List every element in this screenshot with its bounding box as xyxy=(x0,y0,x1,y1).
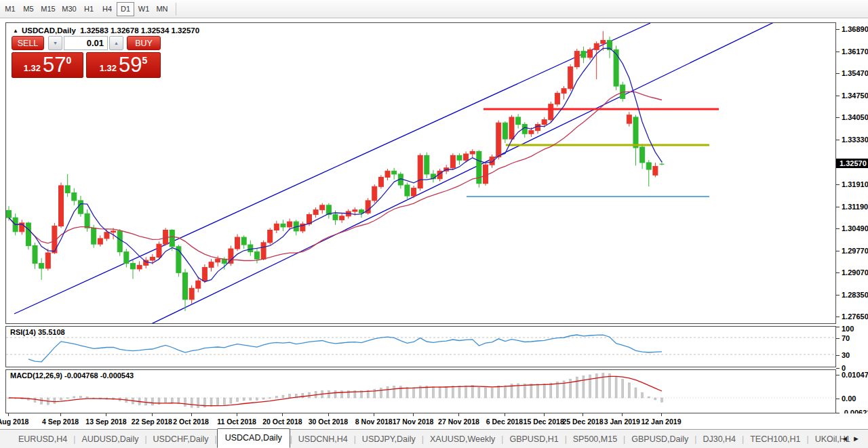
rsi-chart[interactable] xyxy=(6,327,835,367)
tab-dj30-h4[interactable]: DJ30,H4 xyxy=(696,431,742,447)
macd-axis-tick xyxy=(836,375,840,375)
tab-eurusd-h4[interactable]: EURUSD,H4 xyxy=(12,431,73,447)
tab-scroll-right-icon[interactable]: ► xyxy=(852,434,864,443)
price-chart-panel[interactable]: ▲USDCAD,Daily 1.32583 1.32678 1.32534 1.… xyxy=(5,22,836,324)
tab-xauusd-weekly[interactable]: XAUUSD,Weekly xyxy=(424,431,501,447)
price-axis-tick xyxy=(836,228,840,229)
date-axis-tick xyxy=(328,413,329,416)
timeframe-button-h1[interactable]: H1 xyxy=(80,2,98,16)
timeframe-button-mn[interactable]: MN xyxy=(153,2,171,16)
date-axis-tick xyxy=(413,413,414,416)
sell-button[interactable]: SELL xyxy=(12,36,44,50)
date-axis-label: 3 Jan 2019 xyxy=(604,418,640,426)
tab-tech100-h1[interactable]: TECH100,H1 xyxy=(744,431,806,447)
timeframe-button-m15[interactable]: M15 xyxy=(38,2,58,16)
macd-axis[interactable]: 0.0104740.00-0.006218 xyxy=(836,369,868,413)
price-axis-tick xyxy=(836,251,840,251)
tab-usdjpy-daily[interactable]: USDJPY,Daily xyxy=(356,431,422,447)
tab-gbpusd-daily[interactable]: GBPUSD,Daily xyxy=(625,431,694,447)
timeframe-button-h4[interactable]: H4 xyxy=(98,2,116,16)
macd-axis-tick xyxy=(836,399,840,399)
trendline-2[interactable] xyxy=(151,23,775,323)
rsi-axis-label: 100 xyxy=(842,325,854,333)
tab-gbpusd-h1[interactable]: GBPUSD,H1 xyxy=(503,431,564,447)
rsi-axis-tick xyxy=(836,327,840,327)
macd-label: MACD(12,26,9) -0.004768 -0.000543 xyxy=(10,371,134,380)
lot-increase-button[interactable]: ▲ xyxy=(109,36,123,50)
sell-price-prefix: 1.32 xyxy=(24,63,41,73)
chevron-down-icon: ▼ xyxy=(53,41,58,45)
price-axis-tick xyxy=(836,317,840,317)
sell-price-main: 57 xyxy=(43,55,66,75)
sell-price-pipette: 0 xyxy=(66,55,72,66)
toolbar-separator xyxy=(176,3,176,16)
price-axis-label: 1.33330 xyxy=(842,136,868,144)
date-axis-label: 17 Nov 2018 xyxy=(393,418,434,426)
current-price-label: 1.32570 xyxy=(836,159,868,168)
price-axis-tick xyxy=(836,295,840,296)
collapse-triangle-icon[interactable]: ▲ xyxy=(13,28,18,34)
price-axis-tick xyxy=(836,73,840,74)
date-axis-label: 25 Dec 2018 xyxy=(562,418,603,426)
left-gutter xyxy=(0,19,5,428)
timeframe-toolbar: M1M5M15M30H1H4D1W1MN xyxy=(0,0,868,18)
timeframe-button-m5[interactable]: M5 xyxy=(20,2,37,16)
symbol-tab-bar: EURUSD,H4|AUDUSD,Daily|USDCHF,Daily|USDC… xyxy=(0,429,868,448)
date-axis-tick xyxy=(505,413,505,416)
rsi-axis-tick xyxy=(836,355,840,356)
date-axis-tick xyxy=(8,413,9,416)
chart-title: ▲USDCAD,Daily 1.32583 1.32678 1.32534 1.… xyxy=(13,26,199,35)
date-axis-tick xyxy=(282,413,283,416)
mt4-window: M1M5M15M30H1H4D1W1MN ▲USDCAD,Daily 1.325… xyxy=(0,0,868,448)
price-axis-tick xyxy=(836,52,840,52)
price-axis-label: 1.27650 xyxy=(842,312,868,321)
price-axis-label: 1.29770 xyxy=(842,247,868,256)
trade-controls-row: SELL ▼ 0.01 ▲ BUY xyxy=(10,36,162,50)
timeframe-button-m1[interactable]: M1 xyxy=(1,2,19,16)
date-axis-label: 4 Sep 2018 xyxy=(42,418,79,426)
price-axis-tick xyxy=(836,272,840,273)
date-axis-label: 11 Oct 2018 xyxy=(217,418,256,426)
lot-decrease-button[interactable]: ▼ xyxy=(48,36,62,50)
macd-axis-label: 0.00 xyxy=(842,394,856,403)
rsi-axis-tick xyxy=(836,338,840,339)
tab-usdchf-daily[interactable]: USDCHF,Daily xyxy=(147,431,215,447)
sell-price-button[interactable]: 1.32 57 0 xyxy=(12,52,83,78)
tab-usdcad-daily[interactable]: USDCAD,Daily xyxy=(217,428,290,448)
price-axis-label: 1.34050 xyxy=(842,113,868,122)
rsi-indicator-panel[interactable]: RSI(14) 35.5108 xyxy=(5,326,836,367)
date-axis-tick xyxy=(106,413,106,416)
date-axis-tick xyxy=(237,413,237,416)
timeframe-button-m30[interactable]: M30 xyxy=(59,2,79,16)
tab-scroll-left-icon[interactable]: ◄ xyxy=(841,434,852,443)
rsi-line xyxy=(28,335,662,362)
macd-indicator-panel[interactable]: MACD(12,26,9) -0.004768 -0.000543 xyxy=(5,369,836,413)
date-axis-label: 23 Aug 2018 xyxy=(0,418,28,426)
date-axis-tick xyxy=(374,413,374,416)
tab-usdcnh-h4[interactable]: USDCNH,H4 xyxy=(292,431,354,447)
date-axis-label: 2 Oct 2018 xyxy=(173,418,209,426)
date-axis[interactable]: 23 Aug 20184 Sep 201813 Sep 201822 Sep 2… xyxy=(0,413,868,429)
buy-price-button[interactable]: 1.32 59 5 xyxy=(86,52,161,78)
price-axis[interactable]: 1.368901.361701.354701.347501.340501.333… xyxy=(836,22,868,324)
tab-sp500-m15[interactable]: SP500,M15 xyxy=(567,431,623,447)
lot-size-input[interactable]: 0.01 xyxy=(64,36,108,50)
timeframe-button-d1[interactable]: D1 xyxy=(117,2,134,16)
chevron-up-icon: ▲ xyxy=(114,41,119,45)
date-axis-tick xyxy=(661,413,662,416)
price-axis-label: 1.30490 xyxy=(842,224,868,233)
buy-price-prefix: 1.32 xyxy=(100,63,117,73)
timeframe-button-w1[interactable]: W1 xyxy=(135,2,153,16)
price-axis-label: 1.31190 xyxy=(842,203,868,211)
rsi-axis-label: 30 xyxy=(842,351,850,360)
price-axis-tick xyxy=(836,140,840,140)
date-axis-tick xyxy=(622,413,623,416)
date-axis-label: 13 Sep 2018 xyxy=(85,418,126,426)
fast-ma-line xyxy=(9,48,662,282)
rsi-axis[interactable]: 10070300 xyxy=(836,326,868,367)
tab-audusd-daily[interactable]: AUDUSD,Daily xyxy=(75,431,144,447)
price-axis-tick xyxy=(836,29,840,30)
price-axis-tick xyxy=(836,207,840,207)
date-axis-tick xyxy=(458,413,459,416)
buy-button[interactable]: BUY xyxy=(127,36,161,50)
